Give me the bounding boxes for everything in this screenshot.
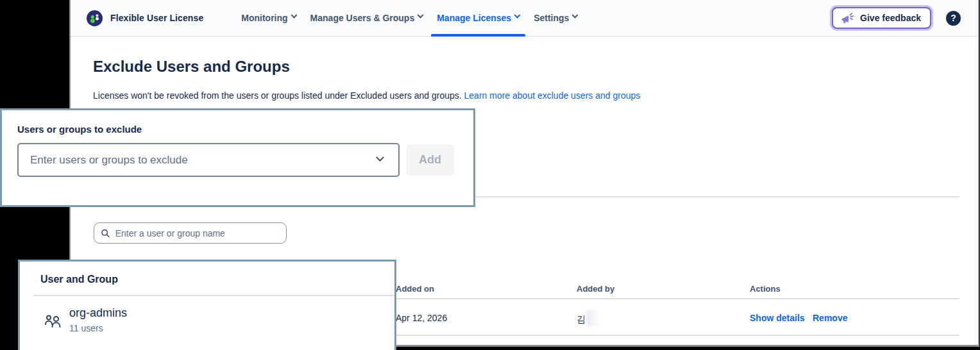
main-nav: Monitoring Manage Users & Groups Manage …: [234, 0, 584, 36]
remove-link[interactable]: Remove: [813, 313, 847, 323]
group-row[interactable]: org-admins 11 users: [44, 306, 127, 333]
column-divider: [33, 295, 394, 296]
column-header-added-by: Added by: [577, 284, 614, 294]
help-glyph: ?: [950, 13, 956, 23]
group-info: org-admins 11 users: [69, 306, 127, 333]
exclude-form-callout: Users or groups to exclude Enter users o…: [0, 108, 475, 207]
search-input[interactable]: [115, 228, 280, 238]
user-group-callout: User and Group org-admins 11 users: [18, 260, 396, 350]
app-title: Flexible User License: [110, 13, 203, 23]
nav-label: Settings: [534, 13, 569, 23]
redacted-name-blur: [586, 310, 638, 327]
group-name: org-admins: [69, 306, 127, 320]
column-header-user-and-group: User and Group: [40, 274, 118, 285]
column-header-actions: Actions: [750, 284, 781, 294]
help-icon[interactable]: ?: [946, 11, 961, 26]
chevron-down-icon: [572, 12, 579, 19]
users-groups-picker[interactable]: Enter users or groups to exclude: [17, 143, 400, 177]
active-tab-underline: [431, 34, 525, 37]
picker-placeholder: Enter users or groups to exclude: [30, 154, 377, 167]
cell-added-by: 김: [577, 313, 638, 327]
added-by-name: 김: [577, 314, 586, 326]
nav-item-manage-users-groups[interactable]: Manage Users & Groups: [303, 0, 430, 36]
learn-more-link[interactable]: Learn more about exclude users and group…: [464, 90, 641, 101]
give-feedback-button[interactable]: Give feedback: [832, 7, 931, 29]
chevron-down-icon: [376, 153, 384, 162]
people-group-icon: [44, 313, 62, 329]
column-header-added-on: Added on: [396, 284, 434, 294]
nav-label: Manage Users & Groups: [310, 13, 415, 23]
nav-item-manage-licenses[interactable]: Manage Licenses: [430, 0, 527, 36]
cell-added-on: Apr 12, 2026: [396, 313, 447, 323]
chevron-down-icon: [514, 12, 521, 19]
nav-item-monitoring[interactable]: Monitoring: [234, 0, 303, 36]
nav-label: Manage Licenses: [437, 13, 511, 23]
nav-item-settings[interactable]: Settings: [527, 0, 584, 36]
page-description: Licenses won't be revoked from the users…: [93, 90, 640, 101]
page-title: Exclude Users and Groups: [93, 58, 290, 76]
megaphone-icon: [841, 12, 854, 24]
group-user-count: 11 users: [69, 323, 127, 333]
search-icon: [101, 228, 110, 238]
exclude-form-label: Users or groups to exclude: [17, 124, 142, 135]
give-feedback-label: Give feedback: [860, 13, 921, 23]
nav-label: Monitoring: [241, 13, 287, 23]
chevron-down-icon: [291, 12, 297, 19]
app-logo-icon: [87, 10, 103, 26]
top-navigation-bar: Flexible User License Monitoring Manage …: [71, 0, 978, 37]
chevron-down-icon: [418, 12, 424, 19]
add-button[interactable]: Add: [406, 144, 454, 176]
search-box[interactable]: [94, 222, 287, 244]
show-details-link[interactable]: Show details: [750, 313, 805, 323]
description-text: Licenses won't be revoked from the users…: [93, 90, 462, 101]
